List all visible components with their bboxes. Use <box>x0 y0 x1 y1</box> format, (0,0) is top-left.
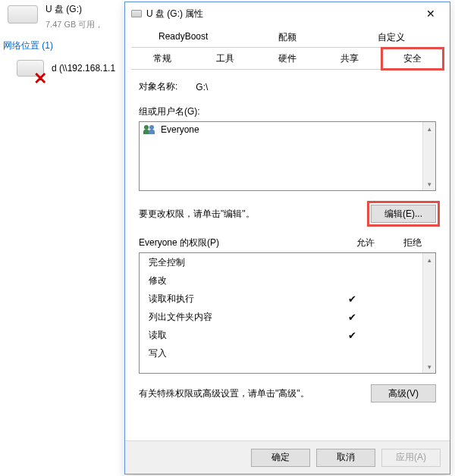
tab-自定义[interactable]: 自定义 <box>340 27 444 48</box>
advanced-button[interactable]: 高级(V) <box>371 384 436 402</box>
permission-name: 列出文件夹内容 <box>149 311 328 324</box>
permission-allow: ✔ <box>328 312 375 323</box>
group-users-label: 组或用户名(G): <box>139 105 436 118</box>
scroll-down-icon[interactable]: ▾ <box>423 360 435 373</box>
permission-allow: ✔ <box>328 293 375 305</box>
permission-allow: ✔ <box>328 330 375 341</box>
permission-name: 读取 <box>149 329 328 342</box>
tab-常规[interactable]: 常规 <box>131 48 193 70</box>
permission-row: 完全控制 <box>140 253 422 271</box>
permission-row: 读取✔ <box>140 326 422 344</box>
tab-共享[interactable]: 共享 <box>318 48 381 70</box>
permission-row: 写入 <box>140 344 422 362</box>
list-item-label: Everyone <box>161 124 199 135</box>
permission-name: 读取和执行 <box>149 293 328 305</box>
col-allow: 允许 <box>342 236 389 249</box>
tab-配额[interactable]: 配额 <box>235 27 339 48</box>
scroll-down-icon[interactable]: ▾ <box>423 177 435 190</box>
permission-row: 列出文件夹内容✔ <box>140 308 422 326</box>
titlebar: U 盘 (G:) 属性 ✕ <box>125 2 450 25</box>
titlebar-text: U 盘 (G:) 属性 <box>146 8 415 20</box>
permission-name: 完全控制 <box>149 256 328 269</box>
permission-name: 修改 <box>149 274 328 287</box>
security-panel: 对象名称: G:\ 组或用户名(G): Everyone ▴ ▾ 要更改权限，请… <box>125 70 450 413</box>
permission-name: 写入 <box>149 347 328 360</box>
object-name-value: G:\ <box>196 82 208 92</box>
scroll-up-icon[interactable]: ▴ <box>423 253 435 266</box>
drive-icon <box>8 5 38 23</box>
drive-small-icon <box>131 10 142 17</box>
tab-工具[interactable]: 工具 <box>193 48 256 70</box>
permission-row: 读取和执行✔ <box>140 290 422 308</box>
perm-title: Everyone 的权限(P) <box>139 236 342 249</box>
dialog-footer: 确定 取消 应用(A) <box>125 440 450 474</box>
tabs: ReadyBoost配额自定义 常规工具硬件共享安全 <box>125 25 450 70</box>
permission-row: 修改 <box>140 271 422 290</box>
group-users-list[interactable]: Everyone ▴ ▾ <box>139 121 436 191</box>
object-name-label: 对象名称: <box>139 80 177 93</box>
edit-hint: 要更改权限，请单击"编辑"。 <box>139 208 255 221</box>
edit-button[interactable]: 编辑(E)... <box>371 205 436 223</box>
tab-readyboost[interactable]: ReadyBoost <box>131 27 235 48</box>
scrollbar[interactable]: ▴ ▾ <box>422 253 435 373</box>
apply-button[interactable]: 应用(A) <box>381 449 441 467</box>
tab-硬件[interactable]: 硬件 <box>256 48 318 70</box>
properties-dialog: U 盘 (G:) 属性 ✕ ReadyBoost配额自定义 常规工具硬件共享安全… <box>124 2 450 474</box>
disconnected-x-icon: ✕ <box>33 69 47 89</box>
cancel-button[interactable]: 取消 <box>316 449 375 467</box>
close-button[interactable]: ✕ <box>415 5 447 22</box>
col-deny: 拒绝 <box>389 236 436 249</box>
scrollbar[interactable]: ▴ ▾ <box>422 122 435 190</box>
list-item[interactable]: Everyone <box>140 122 435 137</box>
scroll-up-icon[interactable]: ▴ <box>423 122 435 135</box>
tab-安全[interactable]: 安全 <box>381 48 444 70</box>
network-title: d (\\192.168.1.1 <box>52 63 115 74</box>
permissions-list: 完全控制修改读取和执行✔列出文件夹内容✔读取✔写入 ▴ ▾ <box>139 252 436 374</box>
advanced-hint: 有关特殊权限或高级设置，请单击"高级"。 <box>139 387 309 400</box>
group-icon <box>144 125 156 134</box>
ok-button[interactable]: 确定 <box>251 449 310 467</box>
